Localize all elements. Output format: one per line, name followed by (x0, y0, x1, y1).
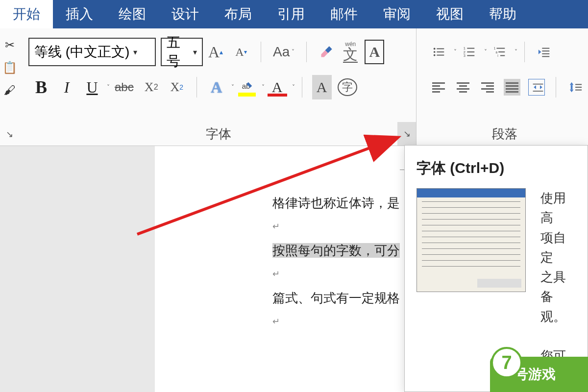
svg-rect-16 (498, 51, 505, 52)
separator (302, 77, 302, 98)
font-group-label: 字体 (21, 122, 416, 146)
svg-text:1: 1 (494, 47, 496, 50)
svg-rect-4 (437, 51, 444, 52)
tab-draw[interactable]: 绘图 (106, 0, 159, 28)
clipboard-group: ✂ 📋 🖌 ↘ (0, 28, 21, 146)
italic-button[interactable]: I (57, 75, 76, 99)
tab-mailings[interactable]: 邮件 (318, 0, 370, 28)
underline-dropdown[interactable]: ˅ (107, 84, 110, 91)
format-painter-icon[interactable]: 🖌 (2, 82, 18, 98)
tooltip-thumbnail (416, 188, 526, 292)
separator (196, 77, 197, 98)
clipboard-dialog-launcher[interactable]: ↘ (2, 127, 17, 142)
superscript-button[interactable]: X2 (167, 75, 187, 99)
font-name-combo[interactable]: 等线 (中文正文) ▾ (28, 38, 156, 66)
separator (524, 42, 525, 62)
font-color-dropdown[interactable]: ˅ (292, 84, 295, 91)
highlight-dropdown[interactable]: ˅ (262, 84, 265, 91)
svg-rect-20 (542, 50, 549, 51)
line-spacing-button[interactable] (566, 75, 586, 99)
svg-rect-2 (437, 49, 444, 49)
site-logo: 号游戏 (490, 357, 588, 392)
ribbon-tabs: 开始 插入 绘图 设计 布局 引用 邮件 审阅 视图 帮助 (0, 0, 588, 28)
font-color-button[interactable]: A (268, 75, 287, 99)
bullets-button[interactable] (429, 40, 449, 64)
svg-point-5 (434, 54, 436, 56)
svg-rect-14 (496, 48, 505, 49)
svg-point-3 (434, 51, 436, 53)
align-left-button[interactable] (430, 79, 447, 96)
ribbon: ✂ 📋 🖌 ↘ 等线 (中文正文) ▾ 五号 ▾ A▴ A▾ Aa˅ (0, 28, 588, 146)
bullets-dropdown[interactable]: ˅ (454, 49, 457, 55)
tooltip-title: 字体 (Ctrl+D) (416, 158, 576, 178)
font-dialog-launcher[interactable]: ↘ (397, 122, 416, 146)
svg-rect-22 (542, 56, 549, 57)
font-group: 等线 (中文正文) ▾ 五号 ▾ A▴ A▾ Aa˅ wén 文 A B I (21, 28, 416, 146)
tab-design[interactable]: 设计 (159, 0, 212, 28)
distributed-button[interactable] (528, 79, 545, 96)
tab-home[interactable]: 开始 (0, 0, 53, 28)
svg-rect-25 (571, 85, 573, 89)
chevron-down-icon: ▾ (193, 48, 197, 57)
shrink-font-button[interactable]: A▾ (231, 40, 251, 64)
subscript-button[interactable]: X2 (142, 75, 161, 99)
svg-rect-24 (533, 91, 543, 92)
svg-rect-21 (542, 53, 549, 54)
svg-rect-18 (500, 55, 505, 56)
font-name-value: 等线 (中文正文) (34, 43, 129, 61)
justify-button[interactable] (504, 79, 520, 96)
align-right-button[interactable] (479, 79, 496, 96)
grow-font-button[interactable]: A▴ (206, 40, 225, 64)
tab-layout[interactable]: 布局 (212, 0, 265, 28)
chevron-down-icon: ▾ (133, 48, 137, 57)
svg-rect-10 (467, 51, 474, 52)
svg-rect-26 (575, 84, 582, 85)
svg-rect-28 (575, 90, 582, 91)
font-size-value: 五号 (167, 33, 189, 71)
underline-button[interactable]: U (82, 75, 102, 99)
svg-rect-23 (533, 84, 543, 85)
bold-button[interactable]: B (31, 75, 51, 99)
separator (261, 42, 261, 62)
svg-rect-19 (542, 48, 549, 49)
numbering-button[interactable]: 123 (460, 40, 479, 64)
separator (306, 42, 307, 62)
text-effects-dropdown[interactable]: ˅ (231, 84, 234, 91)
svg-text:3: 3 (464, 53, 466, 58)
multilevel-dropdown[interactable]: ˅ (514, 49, 517, 55)
tab-references[interactable]: 引用 (265, 0, 318, 28)
decrease-indent-button[interactable] (535, 40, 554, 64)
phonetic-char: 文 (343, 47, 358, 63)
svg-rect-6 (437, 55, 444, 56)
multilevel-list-button[interactable]: 1ai (490, 40, 510, 64)
paragraph-group-label: 段落 (416, 122, 588, 146)
svg-rect-12 (467, 55, 474, 56)
page-margin (0, 146, 155, 392)
font-size-combo[interactable]: 五号 ▾ (161, 38, 203, 66)
paragraph-group: ˅ 123 ˅ 1ai ˅ 段落 (416, 28, 588, 146)
enclosed-character-button[interactable]: 字 (338, 78, 357, 96)
phonetic-guide-button[interactable]: wén 文 (343, 41, 358, 63)
tab-help[interactable]: 帮助 (476, 0, 529, 28)
character-shading-button[interactable]: A (312, 75, 332, 99)
copy-icon[interactable]: 📋 (2, 60, 18, 75)
highlight-button[interactable]: ab (237, 75, 257, 99)
tab-insert[interactable]: 插入 (53, 0, 106, 28)
cut-icon[interactable]: ✂ (2, 37, 18, 53)
svg-point-1 (434, 48, 436, 50)
clear-formatting-button[interactable] (317, 40, 336, 64)
change-case-button[interactable]: Aa˅ (271, 40, 296, 64)
text-effects-button[interactable]: A (207, 75, 226, 99)
svg-text:i: i (497, 54, 498, 57)
character-border-button[interactable]: A (365, 40, 384, 64)
separator (556, 77, 556, 98)
tab-review[interactable]: 审阅 (370, 0, 423, 28)
align-center-button[interactable] (455, 79, 471, 96)
tab-view[interactable]: 视图 (423, 0, 476, 28)
svg-rect-8 (467, 48, 474, 49)
svg-text:a: a (496, 50, 498, 54)
numbering-dropdown[interactable]: ˅ (484, 49, 487, 55)
svg-rect-27 (575, 87, 582, 88)
strikethrough-button[interactable]: abc (113, 75, 136, 99)
